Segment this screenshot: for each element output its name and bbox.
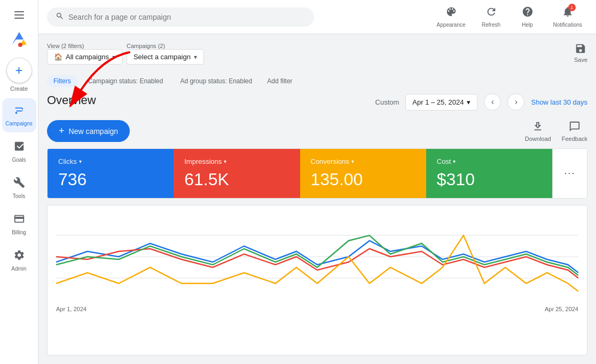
prev-date-button[interactable]: ‹ <box>484 93 501 110</box>
refresh-action[interactable]: Refresh <box>475 3 507 31</box>
chart-dates: Apr 1, 2024 Apr 25, 2024 <box>56 306 578 312</box>
performance-chart <box>56 214 578 299</box>
download-label: Download <box>525 136 551 142</box>
filters-chip-label: Filters <box>53 77 71 85</box>
feedback-button[interactable]: Feedback <box>562 121 587 142</box>
more-options-card[interactable]: ⋮ <box>552 149 587 198</box>
sidebar-item-goals[interactable]: Goals <box>2 134 36 169</box>
more-options-icon: ⋮ <box>563 168 576 179</box>
help-icon <box>522 6 534 20</box>
adgroup-status-label: Ad group status: Enabled <box>180 77 252 85</box>
refresh-label: Refresh <box>482 22 500 28</box>
date-range-text: Apr 1 – 25, 2024 <box>412 98 464 106</box>
campaigns-label: Campaigns <box>5 121 33 126</box>
campaigns-icon <box>13 104 25 118</box>
new-campaign-button[interactable]: + New campaign <box>47 120 130 142</box>
sidebar-item-tools[interactable]: Tools <box>2 171 36 205</box>
appearance-action[interactable]: Appearance <box>432 3 471 31</box>
search-box[interactable] <box>47 7 314 27</box>
stats-cards: Clicks ▾ 736 Impressions ▾ 61.5K Convers… <box>47 148 587 199</box>
cost-label: Cost ▾ <box>437 157 542 165</box>
notifications-action[interactable]: 1 Notifications <box>548 3 587 31</box>
cost-chevron-icon: ▾ <box>453 159 456 164</box>
date-chevron-icon: ▾ <box>467 98 470 106</box>
campaigns-filter-label: Campaigns (2) <box>127 43 204 49</box>
add-filter-button[interactable]: Add filter <box>263 75 296 87</box>
overview-left: Overview <box>47 93 375 114</box>
hamburger-menu[interactable] <box>9 4 30 26</box>
overview-controls: Custom Apr 1 – 25, 2024 ▾ ‹ › Show last … <box>375 93 587 110</box>
goals-icon <box>13 140 25 155</box>
view-dropdown: View (2 filters) 🏠 All campaigns ▾ <box>47 43 122 65</box>
feedback-icon <box>569 121 581 133</box>
topbar: Appearance Refresh Help <box>38 0 596 34</box>
clicks-value: 736 <box>58 170 163 189</box>
conversions-value: 135.00 <box>311 170 415 189</box>
chart-start-date: Apr 1, 2024 <box>56 306 87 312</box>
download-icon <box>532 121 544 133</box>
impressions-label: Impressions ▾ <box>184 157 289 165</box>
content-area: Save View (2 filters) 🏠 All campaigns ▾ … <box>38 34 596 364</box>
impressions-card[interactable]: Impressions ▾ 61.5K <box>174 149 300 198</box>
tools-icon <box>13 177 25 191</box>
clicks-chevron-icon: ▾ <box>79 159 82 164</box>
sidebar-item-campaigns[interactable]: Campaigns <box>2 98 36 132</box>
download-feedback-actions: Download Feedback <box>525 121 587 142</box>
campaign-dropdown-wrapper: Campaigns (2) Select a campaign ▾ <box>127 43 204 65</box>
tools-label: Tools <box>13 193 25 199</box>
search-input[interactable] <box>68 13 305 21</box>
impressions-value: 61.5K <box>184 170 289 189</box>
view-filter-label: View (2 filters) <box>47 43 122 49</box>
notification-badge-wrapper: 1 <box>562 6 574 20</box>
download-button[interactable]: Download <box>525 121 551 142</box>
date-range-button[interactable]: Apr 1 – 25, 2024 ▾ <box>405 94 477 110</box>
sidebar-item-billing[interactable]: Billing <box>2 207 36 241</box>
main-content: Appearance Refresh Help <box>38 0 596 364</box>
admin-label: Admin <box>11 266 26 272</box>
svg-point-2 <box>18 43 22 47</box>
adgroup-status-chip[interactable]: Ad group status: Enabled <box>174 75 258 87</box>
view-value: All campaigns <box>66 53 109 61</box>
view-chevron-icon: ▾ <box>112 53 115 61</box>
billing-label: Billing <box>12 230 26 235</box>
overview-title: Overview <box>47 93 375 107</box>
all-campaigns-dropdown[interactable]: 🏠 All campaigns ▾ <box>47 49 122 65</box>
conversions-chevron-icon: ▾ <box>351 159 354 164</box>
campaign-status-chip[interactable]: Campaign status: Enabled <box>82 75 170 87</box>
feedback-label: Feedback <box>562 136 587 142</box>
filter-chips-row: Filters Campaign status: Enabled Ad grou… <box>47 75 587 87</box>
new-campaign-label: New campaign <box>69 127 119 136</box>
impressions-chevron-icon: ▾ <box>224 159 226 164</box>
google-ads-logo <box>10 30 29 49</box>
sidebar-item-admin[interactable]: Admin <box>2 243 36 278</box>
cost-value: $310 <box>437 170 542 189</box>
admin-icon <box>13 249 25 264</box>
create-button[interactable]: + <box>6 58 32 83</box>
topbar-actions: Appearance Refresh Help <box>432 3 587 31</box>
help-label: Help <box>522 22 533 28</box>
appearance-label: Appearance <box>437 22 466 28</box>
next-date-button[interactable]: › <box>507 93 524 110</box>
add-filter-label: Add filter <box>267 77 292 85</box>
conversions-label: Conversions ▾ <box>311 157 415 165</box>
overview-header: Overview Custom Apr 1 – 25, 2024 ▾ ‹ › S… <box>47 93 587 114</box>
show-last-30-button[interactable]: Show last 30 days <box>531 98 587 106</box>
goals-label: Goals <box>12 157 26 163</box>
custom-label: Custom <box>375 98 399 106</box>
chart-end-date: Apr 25, 2024 <box>545 306 578 312</box>
cost-card[interactable]: Cost ▾ $310 <box>426 149 552 198</box>
campaign-chevron-icon: ▾ <box>194 53 197 61</box>
save-button[interactable]: Save <box>574 43 587 63</box>
select-campaign-dropdown[interactable]: Select a campaign ▾ <box>127 49 204 65</box>
help-action[interactable]: Help <box>512 3 544 31</box>
actions-row: + New campaign Download <box>47 120 587 142</box>
filters-chip[interactable]: Filters <box>47 75 77 87</box>
conversions-card[interactable]: Conversions ▾ 135.00 <box>300 149 426 198</box>
billing-icon <box>13 213 25 227</box>
appearance-icon <box>445 6 457 20</box>
home-icon: 🏠 <box>54 53 62 61</box>
chart-area: Apr 1, 2024 Apr 25, 2024 <box>47 205 587 355</box>
sidebar: + Create Campaigns Goals Tools <box>0 0 38 364</box>
clicks-card[interactable]: Clicks ▾ 736 <box>48 149 174 198</box>
create-label: Create <box>10 85 28 92</box>
